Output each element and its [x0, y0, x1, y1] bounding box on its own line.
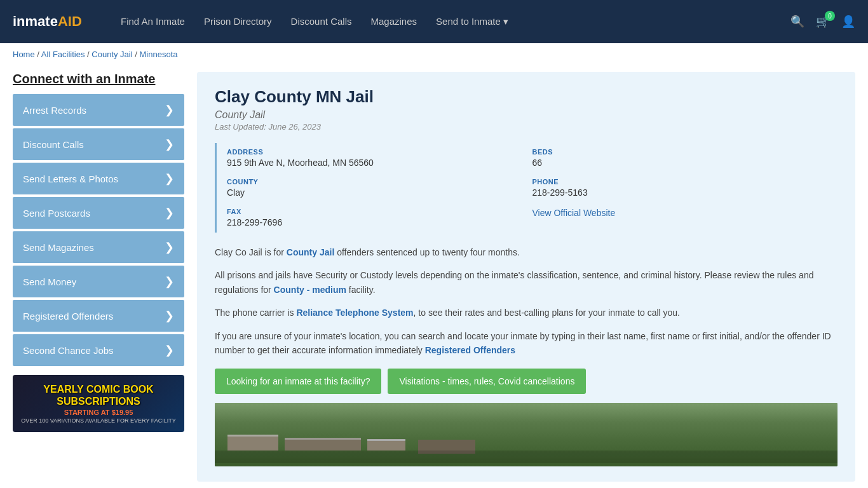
sidebar-item-send-money[interactable]: Send Money ❯ — [13, 266, 184, 297]
phone-label: PHONE — [532, 178, 833, 186]
nav-prison-directory[interactable]: Prison Directory — [204, 16, 272, 27]
sidebar-item-send-letters[interactable]: Send Letters & Photos ❯ — [13, 163, 184, 194]
nav-find-inmate[interactable]: Find An Inmate — [121, 16, 185, 27]
sidebar: Connect with an Inmate Arrest Records ❯ … — [13, 72, 184, 482]
find-inmate-button[interactable]: Looking for an inmate at this facility? — [215, 369, 381, 394]
official-website-link[interactable]: View Official Website — [532, 208, 616, 218]
beds-block: BEDS 66 — [532, 143, 838, 173]
ad-title: YEARLY COMIC BOOKSUBSCRIPTIONS — [43, 383, 153, 407]
breadcrumb-all-facilities[interactable]: All Facilities — [41, 50, 85, 59]
logo-area[interactable]: inmateAID — [13, 13, 102, 30]
reliance-telephone-link[interactable]: Reliance Telephone System — [296, 308, 413, 318]
arrow-icon: ❯ — [165, 137, 174, 151]
arrow-icon: ❯ — [165, 343, 174, 357]
sidebar-item-discount-calls[interactable]: Discount Calls ❯ — [13, 128, 184, 160]
desc-4: If you are unsure of your inmate's locat… — [215, 329, 837, 358]
beds-value: 66 — [532, 158, 833, 168]
action-buttons: Looking for an inmate at this facility? … — [215, 369, 837, 394]
breadcrumb-home[interactable]: Home — [13, 50, 35, 59]
arrow-icon: ❯ — [165, 309, 174, 323]
desc-1: Clay Co Jail is for County Jail offender… — [215, 245, 837, 259]
fax-block: FAX 218-299-7696 — [227, 203, 532, 233]
user-icon[interactable]: 👤 — [841, 15, 855, 29]
fax-value: 218-299-7696 — [227, 217, 527, 227]
ad-subtitle: STARTING AT $19.95 — [64, 409, 133, 416]
cart-badge: 0 — [825, 11, 835, 21]
sidebar-item-arrest-records[interactable]: Arrest Records ❯ — [13, 94, 184, 126]
arrow-icon: ❯ — [165, 103, 174, 117]
facility-info-grid: ADDRESS 915 9th Ave N, Moorhead, MN 5656… — [215, 143, 837, 233]
arrow-icon: ❯ — [165, 172, 174, 186]
sidebar-item-send-postcards[interactable]: Send Postcards ❯ — [13, 197, 184, 229]
sidebar-item-send-magazines[interactable]: Send Magazines ❯ — [13, 231, 184, 263]
county-block: COUNTY Clay — [227, 173, 532, 203]
facility-photo — [215, 403, 837, 466]
nav-send-to-inmate[interactable]: Send to Inmate ▾ — [436, 16, 508, 27]
main-nav: Find An Inmate Prison Directory Discount… — [121, 16, 771, 27]
sidebar-title: Connect with an Inmate — [13, 72, 184, 86]
arrow-icon: ❯ — [165, 274, 174, 288]
visitations-button[interactable]: Visitations - times, rules, Covid cancel… — [388, 369, 586, 394]
arrow-icon: ❯ — [165, 206, 174, 220]
logo: inmateAID — [13, 13, 82, 30]
site-header: inmateAID Find An Inmate Prison Director… — [0, 0, 868, 43]
search-icon[interactable]: 🔍 — [790, 15, 804, 29]
registered-offenders-link[interactable]: Registered Offenders — [425, 345, 515, 355]
sidebar-item-registered-offenders[interactable]: Registered Offenders ❯ — [13, 300, 184, 332]
fax-label: FAX — [227, 208, 527, 215]
county-jail-link-1[interactable]: County Jail — [287, 247, 334, 257]
breadcrumb: Home / All Facilities / County Jail / Mi… — [0, 43, 868, 65]
website-block: View Official Website — [532, 203, 838, 233]
facility-type: County Jail — [215, 109, 837, 121]
phone-block: PHONE 218-299-5163 — [532, 173, 838, 203]
address-value: 915 9th Ave N, Moorhead, MN 56560 — [227, 158, 527, 168]
cart-icon[interactable]: 🛒 0 — [816, 15, 830, 29]
breadcrumb-minnesota[interactable]: Minnesota — [139, 50, 177, 59]
ad-banner[interactable]: YEARLY COMIC BOOKSUBSCRIPTIONS STARTING … — [13, 375, 184, 432]
address-label: ADDRESS — [227, 148, 527, 156]
county-label: COUNTY — [227, 178, 527, 186]
county-value: Clay — [227, 187, 527, 198]
desc-2: All prisons and jails have Security or C… — [215, 268, 837, 297]
breadcrumb-county-jail[interactable]: County Jail — [92, 50, 132, 59]
header-icons: 🔍 🛒 0 👤 — [790, 15, 855, 29]
ad-desc: OVER 100 VARIATIONS AVAILABLE FOR EVERY … — [21, 417, 176, 424]
nav-discount-calls[interactable]: Discount Calls — [291, 16, 352, 27]
beds-label: BEDS — [532, 148, 833, 156]
main-content: Clay County MN Jail County Jail Last Upd… — [197, 72, 855, 482]
desc-3: The phone carrier is Reliance Telephone … — [215, 306, 837, 320]
arrow-icon: ❯ — [165, 240, 174, 254]
address-block: ADDRESS 915 9th Ave N, Moorhead, MN 5656… — [227, 143, 532, 173]
sidebar-item-second-chance-jobs[interactable]: Second Chance Jobs ❯ — [13, 334, 184, 366]
facility-title: Clay County MN Jail — [215, 87, 837, 107]
phone-value: 218-299-5163 — [532, 187, 833, 198]
nav-magazines[interactable]: Magazines — [370, 16, 417, 27]
facility-updated: Last Updated: June 26, 2023 — [215, 122, 837, 132]
main-layout: Connect with an Inmate Arrest Records ❯ … — [0, 65, 868, 488]
county-medium-link[interactable]: County - medium — [274, 285, 346, 295]
